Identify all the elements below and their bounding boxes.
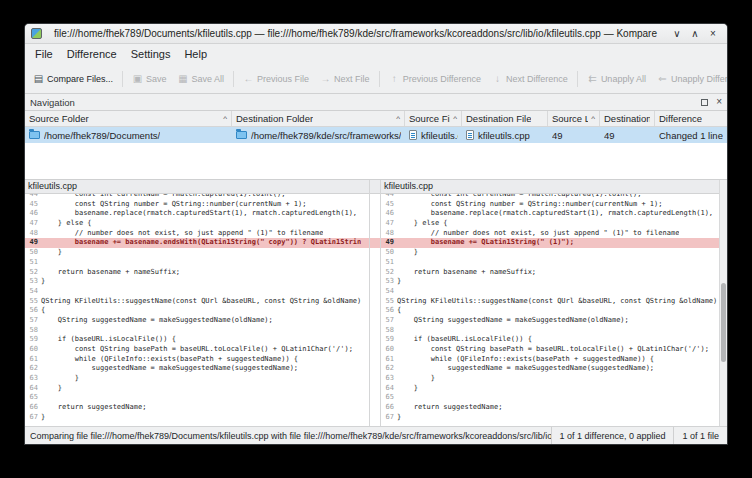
- column-header-source-file[interactable]: Source File^: [405, 111, 462, 126]
- source-code-view[interactable]: 44 const int currentNum = rmatch.capture…: [25, 194, 369, 426]
- line-number: 64: [381, 384, 397, 394]
- next-difference-button[interactable]: ↓Next Difference: [488, 70, 572, 87]
- line-number: 64: [25, 384, 41, 394]
- code-line-53: 53}: [25, 277, 369, 287]
- navigation-body[interactable]: /home/fhek789/Documents//home/fhek789/kd…: [25, 127, 727, 179]
- column-header-source-line[interactable]: Source Line^: [548, 111, 600, 126]
- connector-line: [370, 306, 380, 316]
- column-label: Source Line: [552, 113, 588, 124]
- menu-settings[interactable]: Settings: [124, 46, 178, 62]
- code-line-46: 46 basename.replace(rmatch.capturedStart…: [25, 209, 369, 219]
- next-difference-button-label: Next Difference: [506, 74, 568, 84]
- unapply-difference-button[interactable]: ⇐Unapply Difference: [653, 70, 727, 87]
- unapply-all-button-label: Unapply All: [601, 74, 646, 84]
- code-text: if (baseURL.isLocalFile()) {: [397, 335, 532, 345]
- code-line-61: 61 while (QFileInfo::exists(basePath + s…: [381, 355, 719, 365]
- line-number: 59: [381, 335, 397, 345]
- code-line-64: 64 }: [381, 384, 719, 394]
- connector-line: [370, 219, 380, 229]
- code-text: }: [397, 277, 401, 287]
- vertical-scrollbar[interactable]: [719, 180, 727, 426]
- connector-line: [370, 229, 380, 239]
- code-line-45: 45 const QString number = QString::numbe…: [381, 200, 719, 210]
- save-all-button[interactable]: ▦Save All: [174, 70, 229, 87]
- menu-file[interactable]: File: [28, 46, 60, 62]
- column-header-destination-file[interactable]: Destination File: [462, 111, 548, 126]
- code-text: }: [41, 413, 45, 423]
- folder-icon: [29, 131, 40, 139]
- nav-cell-1: /home/fhek789/kde/src/frameworks/kcoread…: [232, 127, 405, 143]
- line-number: 63: [381, 374, 397, 384]
- dock-close-icon[interactable]: ×: [716, 97, 722, 107]
- code-text: QString suggestedName = makeSuggestedNam…: [397, 316, 629, 326]
- line-number: 55: [381, 297, 397, 307]
- desktop-background: { "window": { "title": "file:///home/fhe…: [0, 0, 752, 478]
- line-number: 57: [25, 316, 41, 326]
- file-status: 1 of 1 file: [673, 427, 727, 444]
- dock-float-icon[interactable]: [701, 99, 708, 106]
- line-number: 67: [25, 413, 41, 423]
- menu-help[interactable]: Help: [177, 46, 214, 62]
- connector-line: [370, 248, 380, 258]
- line-number: 54: [25, 287, 41, 297]
- cpp-file-icon: [409, 130, 417, 140]
- line-number: 45: [25, 200, 41, 210]
- line-number: 59: [25, 335, 41, 345]
- connector-line: [370, 393, 380, 403]
- nav-cell-text: /home/fhek789/kde/src/frameworks/kcoread…: [251, 130, 401, 141]
- code-text: }: [397, 384, 418, 394]
- line-number: 67: [381, 413, 397, 423]
- save-button[interactable]: ▣Save: [128, 70, 171, 87]
- column-label: Destination File: [466, 113, 531, 124]
- connector-header: [370, 180, 380, 194]
- maximize-button[interactable]: ∧: [687, 26, 703, 42]
- toolbar-separator: [379, 71, 380, 87]
- connector-line: [370, 335, 380, 345]
- minimize-button[interactable]: ∨: [669, 26, 685, 42]
- code-line-61: 61 while (QFileInfo::exists(basePath + s…: [25, 355, 369, 365]
- scrollbar-thumb[interactable]: [721, 283, 726, 362]
- column-header-destination-folder[interactable]: Destination Folder^: [232, 111, 405, 126]
- code-text: basename.replace(rmatch.capturedStart(1)…: [41, 209, 357, 219]
- connector-line: [370, 345, 380, 355]
- titlebar[interactable]: file:///home/fhek789/Documents/kfileutil…: [25, 24, 727, 44]
- destination-pane: kfileutils.cpp 44 const int currentNum =…: [380, 180, 719, 426]
- code-line-49: 49 basename += QLatin1String(" (1)");: [381, 238, 719, 248]
- code-text: {: [397, 306, 401, 316]
- unapply-all-button[interactable]: ⇇Unapply All: [583, 70, 650, 87]
- next-file-button[interactable]: →Next File: [316, 70, 374, 87]
- line-number: 58: [381, 326, 397, 336]
- code-text: return basename + nameSuffix;: [41, 268, 180, 278]
- diff-area: kfileutils.cpp 44 const int currentNum =…: [25, 180, 727, 426]
- line-number: 52: [381, 268, 397, 278]
- code-line-58: 58: [25, 326, 369, 336]
- nav-cell-text: /home/fhek789/Documents/: [44, 130, 160, 141]
- code-line-48: 48 // number does not exist, so just app…: [25, 229, 369, 239]
- line-number: 51: [381, 258, 397, 268]
- line-number: 56: [25, 306, 41, 316]
- code-text: return suggestedName;: [41, 403, 146, 413]
- code-text: suggestedName = makeSuggestedName(sugges…: [397, 364, 654, 374]
- line-number: 51: [25, 258, 41, 268]
- compare-files-button[interactable]: ▤Compare Files...: [29, 70, 117, 87]
- line-number: 53: [25, 277, 41, 287]
- previous-difference-button[interactable]: ↑Previous Difference: [385, 70, 485, 87]
- close-button[interactable]: ×: [705, 26, 721, 42]
- nav-cell-text: 49: [552, 130, 563, 141]
- column-header-source-folder[interactable]: Source Folder^: [25, 111, 232, 126]
- destination-code-view[interactable]: 44 const int currentNum = rmatch.capture…: [381, 194, 719, 426]
- line-number: 65: [381, 393, 397, 403]
- line-number: 49: [381, 238, 397, 248]
- menu-difference[interactable]: Difference: [60, 46, 124, 62]
- code-line-46: 46 basename.replace(rmatch.capturedStart…: [381, 209, 719, 219]
- previous-file-button[interactable]: ←Previous File: [239, 70, 313, 87]
- navigation-row[interactable]: /home/fhek789/Documents//home/fhek789/kd…: [25, 127, 727, 143]
- connector-line: [370, 209, 380, 219]
- column-header-difference[interactable]: Difference: [655, 111, 727, 126]
- code-line-62: 62 suggestedName = makeSuggestedName(sug…: [381, 364, 719, 374]
- next-difference-icon: ↓: [492, 73, 503, 84]
- column-header-destination-line[interactable]: Destination Line: [600, 111, 655, 126]
- connector-line: [370, 258, 380, 268]
- code-text: }: [397, 413, 401, 423]
- line-number: 60: [381, 345, 397, 355]
